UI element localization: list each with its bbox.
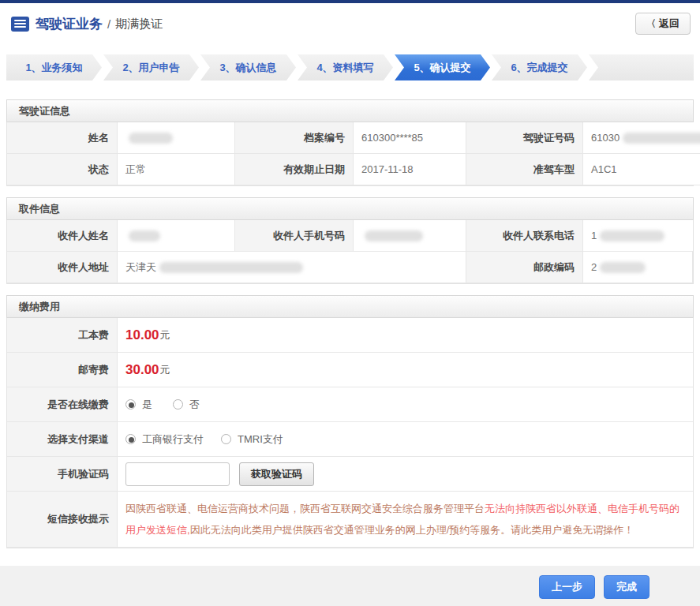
file-no-label: 档案编号 xyxy=(235,122,354,154)
expiry-value: 2017-11-18 xyxy=(354,154,466,185)
chevron-left-icon: 〈 xyxy=(646,17,656,31)
redacted-license-no xyxy=(623,133,700,144)
postal-code-label: 邮政编码 xyxy=(466,252,583,283)
fee-section: 缴纳费用 工本费 10.00 元 邮寄费 30.00 元 是否在线缴费 是 否 … xyxy=(6,295,694,548)
step-1-business-notes[interactable]: 1、业务须知 xyxy=(6,54,102,80)
status-value: 正常 xyxy=(118,154,235,185)
vehicle-class-label: 准驾车型 xyxy=(466,154,583,185)
sms-notice-label: 短信接收提示 xyxy=(7,492,118,548)
mail-fee-unit: 元 xyxy=(160,363,170,377)
sms-code-label: 手机验证码 xyxy=(7,457,118,492)
breadcrumb-separator: / xyxy=(107,17,110,31)
radio-tmri-icon[interactable] xyxy=(221,434,231,444)
sms-notice-part1: 因陕西省联通、电信运营商技术问题，陕西省互联网交通安全综合服务管理平台 xyxy=(125,503,485,514)
recipient-address-value: 天津天 xyxy=(118,252,466,283)
radio-icbc-selected-icon[interactable] xyxy=(125,434,136,444)
cost-fee-amount: 10.00 xyxy=(125,327,159,343)
page-header: 驾驶证业务 / 期满换证 〈 返回 xyxy=(0,3,700,44)
file-no-value: 610300****85 xyxy=(354,122,466,154)
step-4-fill-data[interactable]: 4、资料填写 xyxy=(298,54,393,80)
license-section-title: 驾驶证信息 xyxy=(6,99,694,122)
redacted-recipient-phone xyxy=(600,230,664,241)
pickup-info-table: 收件人姓名 收件人手机号码 收件人联系电话 1 收件人地址 天津天 邮政编码 2 xyxy=(6,220,694,284)
redacted-postal-code xyxy=(600,262,646,273)
cost-fee-label: 工本费 xyxy=(7,318,118,353)
sms-notice-text: 因陕西省联通、电信运营商技术问题，陕西省互联网交通安全综合服务管理平台无法向持陕… xyxy=(118,492,693,548)
pay-channel-options: 工商银行支付 TMRI支付 xyxy=(118,422,693,457)
online-pay-yes-label: 是 xyxy=(142,398,152,412)
pay-channel-option-tmri[interactable]: TMRI支付 xyxy=(221,432,283,447)
license-no-label: 驾驶证号码 xyxy=(466,122,583,154)
recipient-phone-value: 1 xyxy=(583,220,693,252)
fee-table: 工本费 10.00 元 邮寄费 30.00 元 是否在线缴费 是 否 选择支付渠… xyxy=(6,318,694,548)
pickup-info-section: 取件信息 收件人姓名 收件人手机号码 收件人联系电话 1 收件人地址 天津天 邮… xyxy=(6,197,694,284)
sms-notice-part3: 因此无法向此类用户提供陕西省交通管理业务的网上办理/预约等服务。请此类用户避免无… xyxy=(190,524,634,536)
online-pay-no-label: 否 xyxy=(189,398,200,412)
pay-channel-option-icbc[interactable]: 工商银行支付 xyxy=(125,432,204,447)
step-3-confirm-info[interactable]: 3、确认信息 xyxy=(200,54,296,80)
step-5-confirm-submit[interactable]: 5、确认提交 xyxy=(395,54,490,80)
name-value xyxy=(118,122,235,154)
sms-code-input[interactable] xyxy=(125,462,230,486)
finish-button[interactable]: 完成 xyxy=(604,575,649,599)
name-label: 姓名 xyxy=(7,122,118,154)
radio-yes-selected-icon[interactable] xyxy=(125,399,136,410)
online-pay-options: 是 否 xyxy=(118,387,693,422)
online-pay-label: 是否在线缴费 xyxy=(7,387,118,422)
mail-fee-amount: 30.00 xyxy=(125,362,159,378)
recipient-mobile-label: 收件人手机号码 xyxy=(235,220,354,252)
online-pay-option-yes[interactable]: 是 xyxy=(125,398,152,412)
redacted-recipient-address xyxy=(159,262,303,273)
step-bar-filler xyxy=(589,54,694,80)
pickup-section-title: 取件信息 xyxy=(6,197,694,220)
vehicle-class-value: A1C1 xyxy=(583,154,700,185)
page-title: 驾驶证业务 xyxy=(36,15,103,33)
recipient-mobile-value xyxy=(354,220,466,252)
pay-channel-label: 选择支付渠道 xyxy=(7,422,118,457)
license-info-section: 驾驶证信息 姓名 档案编号 610300****85 驾驶证号码 61030 状… xyxy=(6,99,694,186)
back-button-label: 返回 xyxy=(659,17,679,31)
radio-no-icon[interactable] xyxy=(173,399,183,410)
breadcrumb-current: 期满换证 xyxy=(115,17,163,32)
postal-code-value: 2 xyxy=(583,252,693,283)
redacted-recipient-mobile xyxy=(365,230,423,241)
step-2-user-declaration[interactable]: 2、用户申告 xyxy=(103,54,199,80)
back-button[interactable]: 〈 返回 xyxy=(635,13,691,35)
license-info-table: 姓名 档案编号 610300****85 驾驶证号码 61030 状态 正常 有… xyxy=(6,122,694,186)
mail-fee-value: 30.00 元 xyxy=(118,353,693,387)
step-progress-bar: 1、业务须知 2、用户申告 3、确认信息 4、资料填写 5、确认提交 6、完成提… xyxy=(6,54,694,80)
sms-code-field: 获取验证码 xyxy=(118,457,693,492)
recipient-name-value xyxy=(118,220,235,252)
recipient-name-label: 收件人姓名 xyxy=(7,220,118,252)
license-no-value: 61030 xyxy=(583,122,700,154)
recipient-phone-label: 收件人联系电话 xyxy=(466,220,583,252)
cost-fee-unit: 元 xyxy=(160,328,170,342)
fee-section-title: 缴纳费用 xyxy=(6,295,694,318)
status-label: 状态 xyxy=(7,154,118,185)
pay-channel-icbc-label: 工商银行支付 xyxy=(142,432,204,447)
cost-fee-value: 10.00 元 xyxy=(118,318,693,353)
expiry-label: 有效期止日期 xyxy=(235,154,354,185)
footer-action-bar: 上一步 完成 xyxy=(0,566,700,606)
mail-fee-label: 邮寄费 xyxy=(7,353,118,387)
step-6-complete-submit[interactable]: 6、完成提交 xyxy=(492,54,587,80)
redacted-recipient-name xyxy=(129,230,160,241)
license-form-icon xyxy=(11,17,29,32)
pay-channel-tmri-label: TMRI支付 xyxy=(238,432,283,447)
previous-step-button[interactable]: 上一步 xyxy=(539,575,595,599)
recipient-address-label: 收件人地址 xyxy=(7,252,118,283)
redacted-name xyxy=(129,133,173,144)
online-pay-option-no[interactable]: 否 xyxy=(173,398,200,412)
get-sms-code-button[interactable]: 获取验证码 xyxy=(239,462,314,486)
